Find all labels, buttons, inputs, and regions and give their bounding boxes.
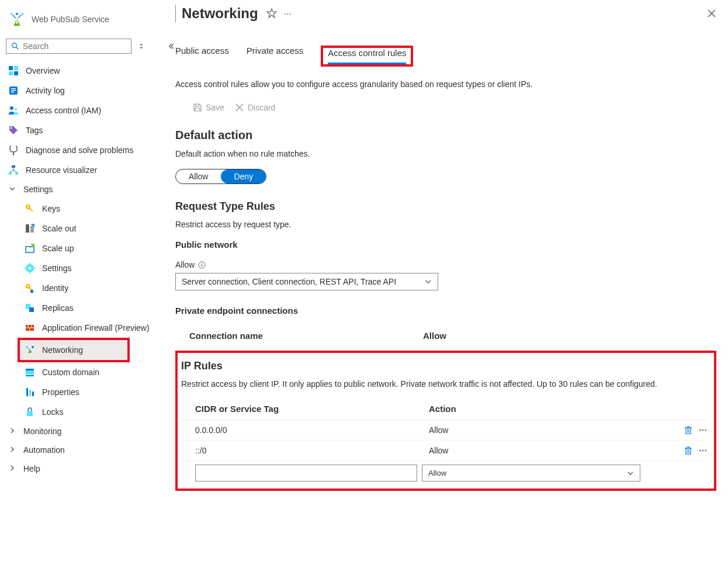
toggle-allow[interactable]: Allow [176,169,221,183]
ip-rule-cidr: ::/0 [195,446,429,455]
svg-rect-50 [26,375,34,376]
svg-rect-28 [26,247,34,252]
allow-request-types-select[interactable]: Server connection, Client connection, RE… [175,273,438,290]
svg-point-47 [32,346,34,348]
svg-point-5 [12,43,17,48]
svg-rect-12 [11,88,16,89]
ip-rule-cidr: 0.0.0.0/0 [195,425,429,435]
new-action-select[interactable]: Allow [422,465,640,482]
chevron-right-icon [8,427,16,436]
toggle-deny[interactable]: Deny [221,169,266,183]
svg-rect-63 [686,448,691,454]
overview-icon [8,65,19,76]
request-type-rules-heading: Request Type Rules [175,200,716,213]
svg-rect-52 [29,390,31,396]
svg-rect-53 [32,392,34,396]
col-cidr: CIDR or Service Tag [195,404,429,414]
key-icon [25,203,35,214]
default-action-desc: Default action when no rule matches. [175,149,716,158]
default-action-heading: Default action [175,129,716,142]
allow-label: Allow [175,260,716,269]
tabs: Public access Private access Access cont… [175,46,716,67]
svg-point-3 [16,22,18,24]
tab-access-control-rules[interactable]: Access control rules [328,48,406,64]
default-action-toggle: Allow Deny [175,169,266,184]
favorite-star-icon[interactable] [266,8,277,19]
chevron-down-icon [8,185,16,194]
ip-rule-action: Allow [429,425,684,435]
pec-table-header: Connection name Allow [175,325,716,347]
svg-rect-14 [11,92,14,93]
page-title: Networking [182,5,258,22]
delete-icon[interactable] [684,425,693,435]
info-icon[interactable] [198,261,206,269]
svg-rect-9 [9,71,13,75]
col-connection-name: Connection name [189,331,423,341]
tag-icon [8,125,19,136]
search-icon [11,42,19,50]
scale-up-icon [25,243,35,254]
domain-icon [25,367,35,377]
diagnose-icon [8,145,19,155]
svg-rect-32 [29,272,30,273]
row-more-icon[interactable]: ⋯ [699,446,707,455]
col-allow: Allow [423,331,716,341]
tab-public-access[interactable]: Public access [175,46,229,67]
public-network-heading: Public network [175,240,716,250]
svg-point-17 [11,127,12,129]
row-more-icon[interactable]: ⋯ [699,425,707,435]
col-action: Action [429,404,707,414]
search-box[interactable] [6,39,131,54]
ip-rule-row: ::/0 Allow ⋯ [181,441,707,461]
svg-rect-51 [26,388,28,396]
delete-icon[interactable] [684,446,693,455]
svg-rect-7 [9,66,13,70]
sort-icon[interactable] [137,42,145,50]
svg-rect-49 [26,369,34,370]
firewall-icon [25,323,35,333]
svg-rect-27 [30,227,34,233]
main-content: Networking ⋯ Public access Private acces… [152,0,728,484]
gear-icon [25,263,35,273]
svg-point-30 [29,267,32,270]
svg-point-1 [16,13,18,15]
save-button[interactable]: Save [193,103,224,112]
visualizer-icon [8,165,19,175]
properties-icon [25,387,35,397]
svg-rect-31 [29,263,30,265]
svg-rect-8 [14,66,18,70]
service-name: Web PubSub Service [32,15,109,24]
chevron-right-icon [8,464,16,473]
tab-private-access[interactable]: Private access [247,46,304,67]
lock-icon [25,407,35,417]
svg-rect-22 [15,172,18,175]
service-logo [8,11,26,28]
ip-rule-action: Allow [429,446,684,455]
search-input[interactable] [23,41,126,51]
svg-point-16 [15,108,17,110]
private-endpoint-heading: Private endpoint connections [175,306,716,316]
close-icon[interactable] [707,9,716,18]
svg-rect-34 [33,268,35,269]
svg-rect-20 [12,165,15,168]
new-cidr-input[interactable] [195,465,417,482]
ip-rule-row: 0.0.0.0/0 Allow ⋯ [181,420,707,441]
chevron-down-icon [425,278,432,285]
ip-rules-desc: Restrict access by client IP. It only ap… [181,379,707,389]
nav-networking[interactable]: Networking [20,340,127,360]
svg-point-19 [13,154,15,155]
svg-rect-10 [14,71,18,75]
ip-rules-table-header: CIDR or Service Tag Action [181,398,707,420]
svg-rect-25 [29,208,33,212]
scale-out-icon [25,223,35,234]
svg-line-6 [16,47,19,50]
svg-rect-4 [16,19,18,22]
discard-button[interactable]: Discard [235,103,275,112]
svg-point-36 [27,286,29,288]
svg-point-15 [10,106,13,110]
svg-point-24 [27,206,29,208]
more-options-icon[interactable]: ⋯ [284,9,292,18]
svg-rect-33 [25,268,26,269]
svg-point-56 [202,262,202,263]
header-divider [175,5,176,22]
